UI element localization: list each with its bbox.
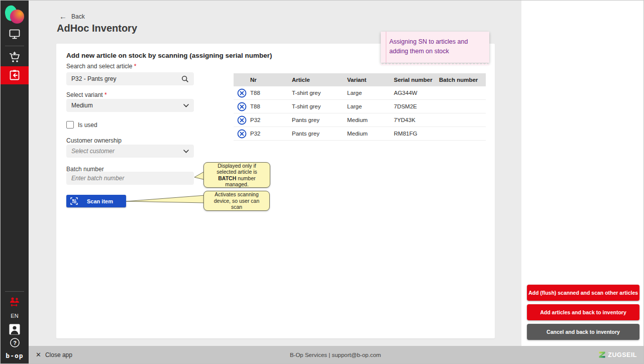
logo-ball-shape <box>10 10 24 24</box>
cancel-button[interactable]: Cancel and back to inventory <box>527 324 639 340</box>
cell-nr: P32 <box>250 131 292 137</box>
sidebar-item-inventory-active[interactable] <box>1 66 29 84</box>
col-serial: Serial number <box>394 77 439 83</box>
customer-label: Customer ownership <box>66 137 122 144</box>
bottom-bar: ✕ Close app B-Op Services | support@b-op… <box>29 346 644 363</box>
user-switch-icon <box>8 296 21 307</box>
sidebar-divider-bottom <box>5 291 24 292</box>
svg-text:?: ? <box>13 339 17 345</box>
user-switch-button[interactable] <box>1 295 29 309</box>
remove-row-button[interactable] <box>237 129 247 139</box>
back-label: Back <box>71 13 85 20</box>
col-variant: Variant <box>347 77 394 83</box>
cell-variant: Medium <box>347 131 394 137</box>
search-icon[interactable] <box>181 75 189 83</box>
table-row: T88 T-shirt grey Large AG344W <box>234 86 486 100</box>
batch-annotation-note: Displayed only if selected article is BA… <box>203 162 270 188</box>
cell-variant: Large <box>347 90 394 96</box>
zugseil-logo: ZUGSEIL <box>598 351 637 358</box>
customer-select[interactable]: Select customer <box>66 145 194 158</box>
close-app-label: Close app <box>45 351 72 358</box>
customer-placeholder: Select customer <box>71 148 183 155</box>
cell-article: Pants grey <box>292 117 347 123</box>
col-nr: Nr <box>250 77 292 83</box>
help-icon: ? <box>10 337 20 348</box>
remove-row-button[interactable] <box>237 88 247 98</box>
cell-serial: 7DSM2E <box>394 103 439 109</box>
cell-serial: 7YD43K <box>394 117 439 123</box>
bop-logo: b-op <box>6 352 23 359</box>
back-button[interactable]: ← Back <box>59 13 85 20</box>
close-icon: ✕ <box>36 351 41 358</box>
sidebar: EN ? b-op <box>1 1 29 363</box>
cell-article: T-shirt grey <box>292 103 347 109</box>
zugseil-z-icon <box>598 351 606 358</box>
table-row: T88 T-shirt grey Large 7DSM2E <box>234 100 486 113</box>
clipboard-arrow-icon <box>8 69 21 82</box>
scan-item-button[interactable]: Scan item <box>66 195 126 207</box>
company-logo[interactable] <box>4 5 26 26</box>
remove-row-button[interactable] <box>237 102 247 111</box>
required-marker: * <box>104 91 107 98</box>
back-arrow-icon: ← <box>59 13 67 20</box>
page-title: AdHoc Inventory <box>57 23 137 34</box>
table-header: Nr Article Variant Serial number Batch n… <box>234 73 486 86</box>
remove-row-button[interactable] <box>237 115 247 125</box>
batch-input[interactable] <box>71 175 189 182</box>
required-marker: * <box>134 63 137 70</box>
user-profile-button[interactable] <box>1 323 29 336</box>
sidebar-divider <box>5 46 24 46</box>
scan-annotation-note: Activates scanning device, so user can s… <box>203 191 270 211</box>
is-used-checkbox[interactable] <box>66 121 74 129</box>
table-row: P32 Pants grey Medium 7YD43K <box>234 113 486 127</box>
is-used-label: Is used <box>78 122 97 129</box>
variant-label: Select variant * <box>66 91 107 98</box>
sidebar-item-add-to-cart[interactable] <box>1 49 29 66</box>
col-article: Article <box>292 77 347 83</box>
article-search-input[interactable] <box>71 75 181 82</box>
col-batch: Batch number <box>439 77 486 83</box>
batch-field[interactable] <box>66 172 194 185</box>
cell-variant: Large <box>347 103 394 109</box>
is-used-checkbox-row[interactable]: Is used <box>66 121 97 129</box>
cell-nr: T88 <box>250 103 292 109</box>
sidebar-item-terminal[interactable] <box>1 26 29 43</box>
variant-value: Medium <box>71 102 183 109</box>
add-flush-button[interactable]: Add (flush) scanned and scan other artic… <box>527 285 639 301</box>
support-text: B-Op Services | support@b-op.com <box>72 352 598 358</box>
monitor-icon <box>9 29 21 40</box>
article-search-field[interactable] <box>66 72 194 85</box>
cell-serial: AG344W <box>394 90 439 96</box>
article-label: Search and select article * <box>66 63 136 70</box>
qr-scan-icon <box>70 197 78 205</box>
app-window: EN ? b-op ← Back AdHoc Inventory Add new… <box>0 0 644 364</box>
cell-article: T-shirt grey <box>292 90 347 96</box>
avatar-icon <box>9 324 20 335</box>
chevron-down-icon <box>183 104 189 107</box>
cell-nr: T88 <box>250 90 292 96</box>
help-button[interactable]: ? <box>1 336 29 349</box>
cell-nr: P32 <box>250 117 292 123</box>
card-title: Add new article on stock by scanning (as… <box>66 52 272 59</box>
cart-plus-icon <box>8 51 21 64</box>
cell-variant: Medium <box>347 117 394 123</box>
language-selector[interactable]: EN <box>11 313 18 319</box>
scan-item-label: Scan item <box>78 198 122 204</box>
close-app-button[interactable]: ✕ Close app <box>36 351 72 358</box>
zugseil-label: ZUGSEIL <box>608 351 637 358</box>
table-row: P32 Pants grey Medium RM81FG <box>234 127 486 141</box>
pink-annotation-note: Assigning SN to articles and adding them… <box>381 32 489 63</box>
chevron-down-icon <box>183 150 189 153</box>
cell-serial: RM81FG <box>394 131 439 137</box>
scanned-articles-table: Nr Article Variant Serial number Batch n… <box>234 73 486 141</box>
scan-card: Add new article on stock by scanning (as… <box>56 44 495 338</box>
cell-article: Pants grey <box>292 131 347 137</box>
variant-select[interactable]: Medium <box>66 99 194 112</box>
add-back-button[interactable]: Add articles and back to inventory <box>527 304 639 320</box>
